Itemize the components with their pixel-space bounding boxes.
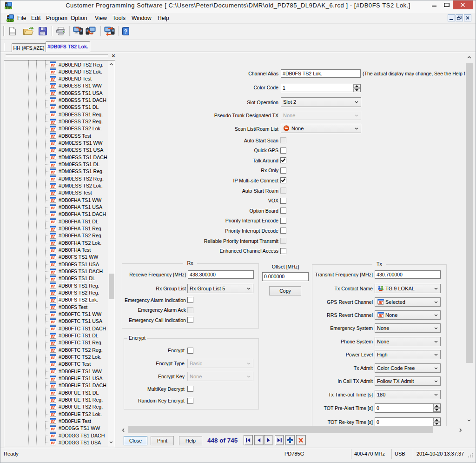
svg-text:?: ? [124,28,127,35]
